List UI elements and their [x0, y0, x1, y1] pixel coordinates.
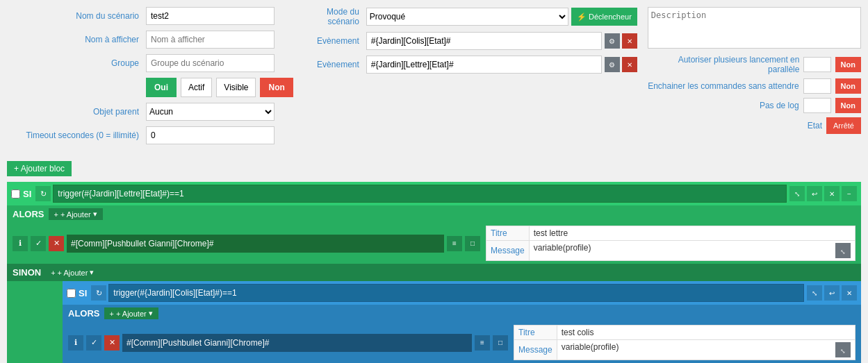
- plus-icon2: +: [51, 269, 55, 277]
- mode-label: Mode du scénario: [304, 7, 366, 26]
- info-icon2: ℹ: [74, 338, 77, 346]
- action1-input[interactable]: [67, 235, 444, 253]
- nested-action-check-btn[interactable]: ✓: [86, 335, 101, 351]
- parent-select[interactable]: Aucun: [146, 103, 275, 121]
- oui-button[interactable]: Oui: [146, 78, 177, 97]
- nested-sm-icon2: □: [498, 339, 502, 346]
- autoriser-label: Autoriser plusieurs lancement en parallè…: [648, 55, 800, 74]
- plus-icon: +: [54, 210, 58, 219]
- nested-message-label: Message: [514, 340, 557, 360]
- scenario-name-input[interactable]: [146, 7, 275, 25]
- nested-titre-label: Titre: [514, 326, 557, 340]
- nested-si-expand-btn[interactable]: ⤡: [807, 285, 822, 301]
- event2-delete-btn[interactable]: ✕: [622, 57, 637, 72]
- autoriser-non-btn[interactable]: Non: [835, 57, 861, 72]
- event1-config-btn[interactable]: ⚙: [605, 33, 620, 49]
- event1-label: Evènement: [304, 36, 366, 46]
- action1-delete-btn[interactable]: ✕: [49, 236, 64, 251]
- action1-sm-btn2[interactable]: □: [465, 236, 480, 251]
- delete-icon: ✕: [627, 37, 632, 45]
- description-textarea[interactable]: [648, 7, 861, 49]
- titre-value: test lettre: [529, 226, 855, 241]
- nested-action-delete-btn[interactable]: ✕: [104, 335, 120, 351]
- config-icon2: ⚙: [609, 61, 615, 69]
- action1-check-btn[interactable]: ✓: [31, 236, 46, 251]
- event2-config-btn[interactable]: ⚙: [605, 57, 620, 72]
- enchainer-non-btn[interactable]: Non: [835, 78, 861, 94]
- expand-icon4: ⤡: [840, 348, 846, 355]
- nested-alors-ajouter-btn[interactable]: + + Ajouter ▾: [104, 307, 158, 319]
- visible-button[interactable]: Visible: [216, 78, 256, 97]
- paslog-non-btn[interactable]: Non: [835, 98, 861, 113]
- nested-si-refresh-btn[interactable]: ↻: [91, 285, 106, 301]
- group-input[interactable]: [146, 54, 275, 72]
- nested-si-undo-btn[interactable]: ↩: [824, 285, 840, 301]
- si1-collapse-btn[interactable]: ✕: [824, 186, 840, 201]
- display-name-label: Nom à afficher: [7, 35, 146, 44]
- mode-select[interactable]: Provoqué: [366, 8, 568, 26]
- delete-icon3: ✕: [54, 239, 60, 247]
- arrete-button[interactable]: Arrêté: [826, 117, 861, 134]
- refresh-icon2: ↻: [96, 289, 102, 298]
- nested-si-checkbox[interactable]: [67, 289, 76, 298]
- expand-icon2: ⤡: [840, 248, 846, 255]
- delete-icon2: ✕: [627, 61, 632, 69]
- config-icon: ⚙: [609, 37, 615, 45]
- sm-icon1: ≡: [452, 239, 457, 247]
- sinon1-label: SINON: [13, 267, 41, 278]
- event2-label: Evènement: [304, 60, 366, 69]
- action1-sm-btn1[interactable]: ≡: [447, 236, 462, 251]
- nested-msg-expand-btn[interactable]: ⤡: [835, 342, 851, 357]
- ajouter-label: + Ajouter: [60, 210, 91, 219]
- chevron-down-icon3: ▾: [149, 309, 153, 318]
- alors1-ajouter-btn[interactable]: + + Ajouter ▾: [49, 208, 103, 220]
- collapse-icon: ✕: [829, 190, 835, 198]
- plus-icon3: +: [110, 310, 114, 318]
- si1-minus-btn[interactable]: −: [842, 186, 857, 201]
- enchainer-label: Enchainer les commandes sans attendre: [648, 81, 799, 91]
- non-button[interactable]: Non: [260, 78, 293, 97]
- event2-input[interactable]: [366, 56, 602, 74]
- si1-undo-btn[interactable]: ↩: [807, 186, 822, 201]
- event1-delete-btn[interactable]: ✕: [622, 33, 637, 49]
- si1-checkbox[interactable]: [11, 189, 20, 199]
- scenario-name-label: Nom du scénario: [7, 11, 146, 21]
- timeout-input[interactable]: [146, 126, 275, 144]
- expand-icon3: ⤡: [812, 289, 817, 297]
- paslog-label: Pas de log: [760, 101, 799, 110]
- add-block-button[interactable]: + Ajouter bloc: [7, 161, 72, 176]
- nested-si-condition-input[interactable]: [108, 284, 804, 302]
- nested-action-sm-btn2[interactable]: □: [493, 335, 508, 351]
- message-label: Message: [486, 241, 530, 261]
- si1-refresh-btn[interactable]: ↻: [35, 186, 51, 201]
- delete-icon4: ✕: [109, 338, 115, 346]
- autoriser-toggle[interactable]: [803, 57, 830, 72]
- undo-icon2: ↩: [829, 289, 835, 297]
- trigger-button[interactable]: ⚡ Déclencheur: [571, 8, 637, 26]
- refresh-icon: ↻: [40, 189, 47, 199]
- nested-action-input[interactable]: [122, 334, 472, 352]
- timeout-label: Timeout secondes (0 = illimité): [7, 130, 146, 140]
- action1-i-btn[interactable]: ℹ: [13, 236, 28, 251]
- event1-input[interactable]: [366, 32, 602, 50]
- nested-ajouter-label: + Ajouter: [116, 310, 147, 318]
- enchainer-toggle[interactable]: [803, 78, 831, 94]
- si1-expand-btn[interactable]: ⤡: [789, 186, 805, 201]
- nested-action-sm-btn1[interactable]: ≡: [475, 335, 490, 351]
- si1-label: SI: [23, 189, 31, 199]
- check-icon2: ✓: [91, 338, 97, 346]
- sinon-ajouter-label: + Ajouter: [58, 269, 88, 277]
- actif-button[interactable]: Actif: [181, 78, 212, 97]
- display-name-input[interactable]: [146, 31, 275, 49]
- sinon1-ajouter-btn[interactable]: + + Ajouter ▾: [45, 267, 99, 278]
- chevron-down-icon2: ▾: [90, 268, 94, 277]
- si1-condition-input[interactable]: [53, 185, 787, 203]
- alors1-label: ALORS: [13, 209, 44, 219]
- check-icon: ✓: [35, 239, 42, 247]
- msg1-expand-btn[interactable]: ⤡: [835, 243, 851, 258]
- nested-action-i-btn[interactable]: ℹ: [68, 335, 83, 351]
- titre-label: Titre: [486, 226, 530, 241]
- paslog-toggle[interactable]: [803, 98, 831, 113]
- nested-si-collapse-btn[interactable]: ✕: [842, 285, 857, 301]
- sm-icon2: □: [470, 239, 475, 247]
